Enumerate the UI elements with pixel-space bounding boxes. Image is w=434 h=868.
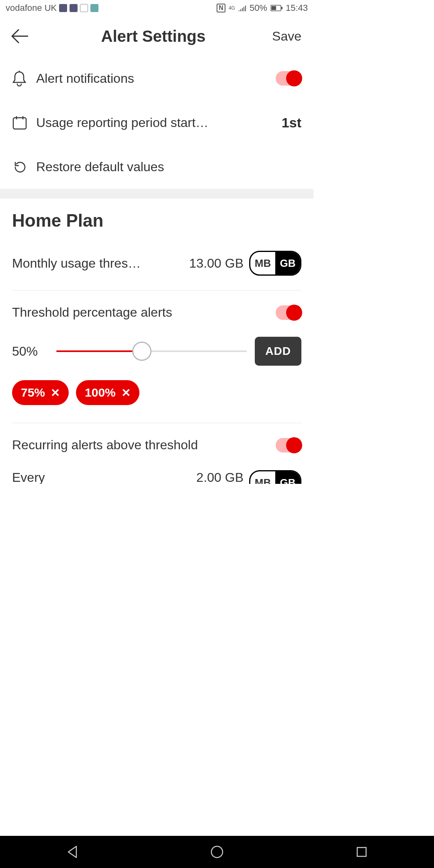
app-header: Alert Settings Save <box>0 16 313 56</box>
every-label: Every <box>12 470 197 484</box>
nfc-icon: N <box>217 4 225 12</box>
app-icon <box>70 4 78 12</box>
home-plan-title: Home Plan <box>12 211 301 231</box>
close-icon[interactable]: ✕ <box>51 386 60 399</box>
threshold-chips: 75% ✕ 100% ✕ <box>12 374 301 417</box>
signal-icon <box>238 5 246 11</box>
divider <box>12 423 301 423</box>
battery-icon <box>270 5 283 11</box>
section-divider <box>0 189 313 199</box>
carrier-label: vodafone UK <box>6 3 57 13</box>
slider-value: 50% <box>12 344 48 359</box>
monthly-threshold-value: 13.00 GB <box>189 256 244 271</box>
usage-period-label: Usage reporting period start… <box>36 115 282 130</box>
general-section: Alert notifications Usage reporting peri… <box>0 56 313 189</box>
alert-notifications-row[interactable]: Alert notifications <box>0 56 313 100</box>
add-button[interactable]: ADD <box>255 337 301 366</box>
threshold-alerts-row: Threshold percentage alerts <box>12 296 301 329</box>
unit-gb-option[interactable]: GB <box>275 252 300 274</box>
monthly-threshold-label: Monthly usage thres… <box>12 256 189 271</box>
recurring-alerts-row: Recurring alerts above threshold <box>12 429 301 461</box>
threshold-slider-row: 50% ADD <box>12 329 301 374</box>
chip-label: 75% <box>21 386 45 399</box>
monthly-threshold-row[interactable]: Monthly usage thres… 13.00 GB MB GB <box>12 242 301 285</box>
clock: 15:43 <box>286 3 308 13</box>
unit-mb-option[interactable]: MB <box>250 471 275 484</box>
every-unit-toggle[interactable]: MB GB <box>249 470 301 484</box>
threshold-alerts-toggle[interactable] <box>276 305 301 320</box>
threshold-alerts-label: Threshold percentage alerts <box>12 305 276 320</box>
slider-thumb[interactable] <box>132 342 151 361</box>
unit-gb-option[interactable]: GB <box>275 471 300 484</box>
threshold-slider[interactable] <box>56 342 247 361</box>
usage-period-value: 1st <box>282 115 301 131</box>
svg-rect-2 <box>281 7 283 9</box>
recurring-alerts-toggle[interactable] <box>276 438 301 452</box>
home-plan-section: Home Plan Monthly usage thres… 13.00 GB … <box>0 199 313 484</box>
save-button[interactable]: Save <box>272 29 301 44</box>
every-value: 2.00 GB <box>197 470 244 484</box>
page-title: Alert Settings <box>35 27 272 45</box>
svg-rect-3 <box>13 118 26 129</box>
threshold-chip-75[interactable]: 75% ✕ <box>12 380 69 405</box>
usage-period-row[interactable]: Usage reporting period start… 1st <box>0 100 313 145</box>
back-button[interactable] <box>10 29 35 43</box>
alert-notifications-toggle[interactable] <box>276 71 301 86</box>
alert-notifications-label: Alert notifications <box>36 71 276 86</box>
divider <box>12 290 301 291</box>
calendar-icon <box>12 115 36 130</box>
unit-mb-option[interactable]: MB <box>250 252 275 274</box>
network-indicator: 4G <box>229 5 235 11</box>
monthly-unit-toggle[interactable]: MB GB <box>249 251 301 276</box>
notification-icon <box>90 4 98 12</box>
status-bar: vodafone UK N 4G 50% 15:43 <box>0 0 313 16</box>
recurring-every-row[interactable]: Every 2.00 GB MB GB <box>12 461 301 484</box>
bell-icon <box>12 70 36 86</box>
chip-label: 100% <box>85 386 116 399</box>
recurring-alerts-label: Recurring alerts above threshold <box>12 438 276 452</box>
upload-icon <box>80 4 88 12</box>
restore-icon <box>12 159 36 174</box>
threshold-chip-100[interactable]: 100% ✕ <box>76 380 139 405</box>
restore-defaults-row[interactable]: Restore default values <box>0 145 313 189</box>
svg-rect-1 <box>271 6 276 10</box>
close-icon[interactable]: ✕ <box>121 386 131 399</box>
battery-pct: 50% <box>250 3 267 13</box>
restore-defaults-label: Restore default values <box>36 160 301 174</box>
outlook-icon <box>59 4 67 12</box>
